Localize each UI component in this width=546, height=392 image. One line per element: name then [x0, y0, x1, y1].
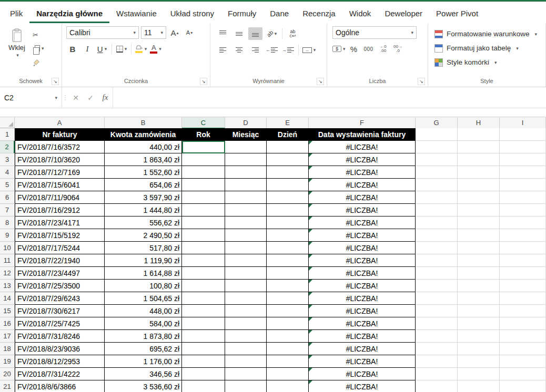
cell-amount[interactable]: 440,00 zł: [105, 141, 182, 153]
cell-empty[interactable]: [458, 305, 500, 317]
cell-rok[interactable]: [182, 355, 225, 368]
row-header[interactable]: 8: [0, 216, 15, 229]
cell-empty[interactable]: [458, 267, 500, 280]
cell-empty[interactable]: [500, 179, 546, 191]
copy-button[interactable]: ▾: [33, 43, 44, 54]
cell-date-error[interactable]: #LICZBA!: [309, 280, 416, 292]
cell-invoice[interactable]: FV/2018/7/31/4222: [15, 368, 105, 380]
cell-invoice[interactable]: FV/2018/7/31/8246: [15, 330, 105, 343]
cell-empty[interactable]: [500, 216, 546, 229]
cell-empty[interactable]: [458, 254, 500, 267]
cell-amount[interactable]: 695,62 zł: [105, 343, 182, 355]
cell-rok[interactable]: [182, 267, 225, 280]
cell-dzien[interactable]: [267, 305, 309, 317]
cell-amount[interactable]: 1 873,80 zł: [105, 330, 182, 343]
cell-rok[interactable]: [182, 153, 225, 166]
row-header[interactable]: 20: [0, 368, 15, 380]
cell-dzien[interactable]: [267, 191, 309, 204]
row-header[interactable]: 15: [0, 305, 15, 317]
cancel-button[interactable]: ✕: [68, 87, 83, 108]
name-box[interactable]: C2▾: [0, 87, 62, 108]
row-header[interactable]: 3: [0, 153, 15, 166]
cell-rok[interactable]: [182, 368, 225, 380]
cell-dzien[interactable]: [267, 292, 309, 305]
cell-empty[interactable]: [416, 141, 458, 153]
cell-miesiac[interactable]: [225, 267, 267, 280]
cell-amount[interactable]: 654,06 zł: [105, 179, 182, 191]
cell-date-error[interactable]: #LICZBA!: [309, 355, 416, 368]
cell-empty[interactable]: [416, 216, 458, 229]
cell-empty[interactable]: [458, 343, 500, 355]
cell-amount[interactable]: 1 614,88 zł: [105, 267, 182, 280]
cell-dzien[interactable]: [267, 166, 309, 179]
cell-amount[interactable]: 584,00 zł: [105, 317, 182, 330]
cell-amount[interactable]: 2 490,50 zł: [105, 229, 182, 242]
cell-date-error[interactable]: #LICZBA!: [309, 267, 416, 280]
cell-empty[interactable]: [500, 242, 546, 254]
cell-invoice[interactable]: FV/2018/7/30/6217: [15, 305, 105, 317]
cell-dzien[interactable]: [267, 280, 309, 292]
cell-invoice[interactable]: FV/2018/7/16/3572: [15, 141, 105, 153]
font-color-button[interactable]: A ▾: [149, 43, 162, 55]
cell-rok[interactable]: [182, 166, 225, 179]
cell-invoice[interactable]: FV/2018/7/25/3500: [15, 280, 105, 292]
cell-empty[interactable]: [458, 355, 500, 368]
cell-miesiac[interactable]: [225, 153, 267, 166]
cell-date-error[interactable]: #LICZBA!: [309, 216, 416, 229]
row-header[interactable]: 17: [0, 330, 15, 343]
cell-empty[interactable]: [416, 179, 458, 191]
cell-rok[interactable]: [182, 330, 225, 343]
cell-miesiac[interactable]: [225, 368, 267, 380]
cell-miesiac[interactable]: [225, 330, 267, 343]
cell-invoice[interactable]: FV/2018/7/12/7169: [15, 166, 105, 179]
increase-decimal-button[interactable]: ←0.00: [377, 43, 390, 55]
cell-empty[interactable]: [458, 330, 500, 343]
cell-empty[interactable]: [458, 380, 500, 392]
cell-rok[interactable]: [182, 317, 225, 330]
cell-miesiac[interactable]: [225, 280, 267, 292]
orientation-button[interactable]: ab▾: [265, 27, 279, 40]
cell-empty[interactable]: [416, 166, 458, 179]
cell-amount[interactable]: 556,62 zł: [105, 216, 182, 229]
cell-empty[interactable]: [458, 141, 500, 153]
comma-style-button[interactable]: 000: [362, 43, 375, 55]
cell-invoice[interactable]: FV/2018/7/23/4497: [15, 267, 105, 280]
paste-button[interactable]: Wklej ▾: [3, 26, 31, 74]
cell-dzien[interactable]: [267, 368, 309, 380]
row-header[interactable]: 14: [0, 292, 15, 305]
cell-empty[interactable]: [416, 368, 458, 380]
cell-rok[interactable]: [182, 292, 225, 305]
format-painter-button[interactable]: [33, 57, 44, 67]
cell-rok[interactable]: [182, 229, 225, 242]
cell-miesiac[interactable]: [225, 254, 267, 267]
percent-style-button[interactable]: %: [348, 43, 360, 55]
cell-empty[interactable]: [416, 128, 458, 141]
tab-recenzja[interactable]: Recenzja: [296, 4, 342, 23]
header-cell-kwota[interactable]: Kwota zamówienia: [105, 128, 182, 141]
tab-uklad-strony[interactable]: Układ strony: [164, 4, 221, 23]
cell-date-error[interactable]: #LICZBA!: [309, 204, 416, 216]
conditional-formatting-button[interactable]: Formatowanie warunkowe▾: [434, 27, 542, 40]
cell-empty[interactable]: [500, 355, 546, 368]
cell-amount[interactable]: 1 504,65 zł: [105, 292, 182, 305]
cell-empty[interactable]: [416, 355, 458, 368]
row-header[interactable]: 2: [0, 141, 15, 153]
cell-miesiac[interactable]: [225, 216, 267, 229]
cell-date-error[interactable]: #LICZBA!: [309, 242, 416, 254]
header-cell-miesiac[interactable]: Miesiąc: [225, 128, 267, 141]
cell-invoice[interactable]: FV/2018/7/16/2912: [15, 204, 105, 216]
cell-date-error[interactable]: #LICZBA!: [309, 380, 416, 392]
row-header[interactable]: 7: [0, 204, 15, 216]
cell-empty[interactable]: [458, 204, 500, 216]
cell-miesiac[interactable]: [225, 343, 267, 355]
select-all-corner[interactable]: [0, 117, 15, 128]
cell-empty[interactable]: [416, 242, 458, 254]
tab-dane[interactable]: Dane: [263, 4, 296, 23]
cell-miesiac[interactable]: [225, 166, 267, 179]
cell-date-error[interactable]: #LICZBA!: [309, 254, 416, 267]
row-header[interactable]: 5: [0, 179, 15, 191]
cell-miesiac[interactable]: [225, 229, 267, 242]
enter-button[interactable]: ✓: [83, 87, 98, 108]
cell-amount[interactable]: 1 552,60 zł: [105, 166, 182, 179]
cell-empty[interactable]: [458, 242, 500, 254]
